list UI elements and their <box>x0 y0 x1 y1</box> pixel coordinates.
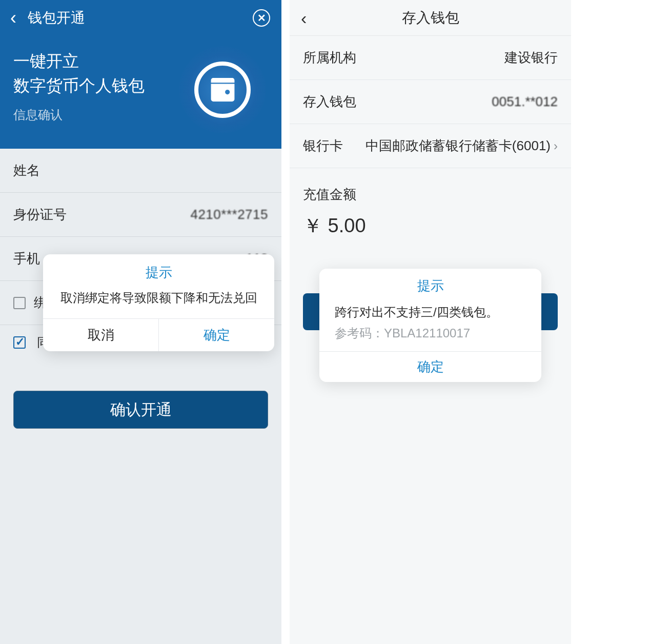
back-icon[interactable]: ‹ <box>301 8 307 28</box>
id-label: 身份证号 <box>13 206 67 224</box>
org-value: 建设银行 <box>504 49 558 67</box>
name-label: 姓名 <box>13 162 40 179</box>
header-title: 存入钱包 <box>402 8 459 28</box>
dialog-line1: 跨行对出不支持三/四类钱包。 <box>335 302 526 323</box>
agree-checkbox[interactable] <box>13 336 26 349</box>
phone-screen-left: ‹ 钱包开通 ✕ 一键开立 数字货币个人钱包 信息确认 姓名 身份证号 4210… <box>0 0 281 644</box>
alert-dialog: 提示 跨行对出不支持三/四类钱包。 参考码：YBLA12110017 确定 <box>319 269 541 382</box>
org-label: 所属机构 <box>303 49 356 67</box>
phone-screen-right: ‹ 存入钱包 所属机构 建设银行 存入钱包 0051.**012 银行卡 中国邮… <box>290 0 571 644</box>
ok-button[interactable]: 确定 <box>319 351 541 382</box>
back-icon[interactable]: ‹ <box>10 9 16 27</box>
ref-value: YBLA12110017 <box>384 326 470 340</box>
cancel-label: 取消 <box>88 326 114 344</box>
header-title: 钱包开通 <box>28 8 85 28</box>
ok-button[interactable]: 确定 <box>159 319 274 351</box>
body: 所属机构 建设银行 存入钱包 0051.**012 银行卡 中国邮政储蓄银行储蓄… <box>290 36 571 644</box>
hero-wallet-glow <box>179 46 266 133</box>
amount-value: ￥ 5.00 <box>290 210 571 239</box>
name-row[interactable]: 姓名 <box>0 149 281 193</box>
alert-dialog: 提示 取消绑定将导致限额下降和无法兑回 取消 确定 <box>43 254 274 351</box>
ok-label: 确定 <box>204 326 230 344</box>
dialog-body: 跨行对出不支持三/四类钱包。 参考码：YBLA12110017 <box>319 300 541 351</box>
ref-label: 参考码： <box>335 326 384 340</box>
dialog-message: 取消绑定将导致限额下降和无法兑回 <box>43 287 274 318</box>
phone-label: 手机 <box>13 250 40 268</box>
dialog-title: 提示 <box>43 254 274 287</box>
chevron-right-icon: › <box>554 139 558 153</box>
hero-banner: 一键开立 数字货币个人钱包 信息确认 <box>0 36 281 149</box>
dialog-buttons: 取消 确定 <box>43 318 274 351</box>
wallet-value: 0051.**012 <box>492 94 558 110</box>
header-bar: ‹ 钱包开通 ✕ <box>0 0 281 36</box>
form-area: 姓名 身份证号 4210***2715 手机 113 绑 卡 › 同意 《开通数… <box>0 149 281 644</box>
card-label: 银行卡 <box>303 137 343 155</box>
dialog-title: 提示 <box>319 269 541 300</box>
close-icon[interactable]: ✕ <box>253 9 270 27</box>
header-bar: ‹ 存入钱包 <box>290 0 571 36</box>
confirm-open-button[interactable]: 确认开通 <box>13 391 268 429</box>
ok-label: 确定 <box>417 358 444 376</box>
wallet-label: 存入钱包 <box>303 93 356 111</box>
wallet-icon <box>194 62 251 118</box>
wallet-row[interactable]: 存入钱包 0051.**012 <box>290 80 571 124</box>
card-value: 中国邮政储蓄银行储蓄卡(6001) <box>365 137 551 155</box>
bind-card-checkbox[interactable] <box>13 297 26 309</box>
org-row[interactable]: 所属机构 建设银行 <box>290 36 571 80</box>
card-row[interactable]: 银行卡 中国邮政储蓄银行储蓄卡(6001) › <box>290 124 571 168</box>
confirm-open-label: 确认开通 <box>110 399 172 420</box>
amount-label: 充值金额 <box>290 168 571 210</box>
id-row[interactable]: 身份证号 4210***2715 <box>0 193 281 237</box>
id-value: 4210***2715 <box>190 207 268 223</box>
cancel-button[interactable]: 取消 <box>43 319 159 351</box>
